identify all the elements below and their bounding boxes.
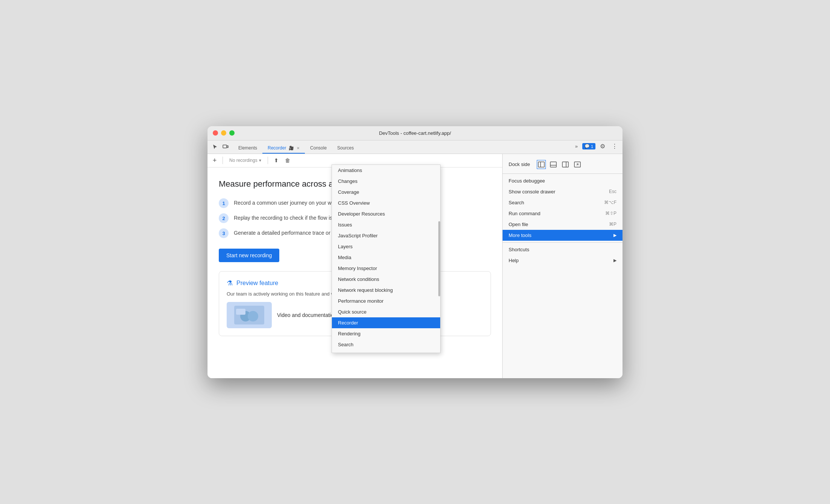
dropdown-item-changes[interactable]: Changes	[332, 176, 440, 187]
notification-count: 1	[591, 144, 593, 149]
dropdown-scrollbar[interactable]	[438, 221, 440, 296]
dropdown-item-js-profiler[interactable]: JavaScript Profiler	[332, 230, 440, 241]
step-number-2: 2	[219, 213, 229, 223]
tab-console[interactable]: Console	[305, 143, 332, 154]
video-documentation-link[interactable]: Video and documentation	[277, 312, 337, 318]
dropdown-item-animations[interactable]: Animations	[332, 165, 440, 176]
dock-left-button[interactable]	[537, 160, 546, 169]
tab-elements[interactable]: Elements	[233, 143, 262, 154]
device-icon[interactable]	[221, 142, 230, 151]
dock-bottom-button[interactable]	[549, 160, 558, 169]
dropdown-item-network-conditions[interactable]: Network conditions	[332, 274, 440, 285]
toolbar-divider-2	[268, 157, 268, 164]
dock-side-label: Dock side	[509, 161, 530, 167]
dropdown-item-coverage[interactable]: Coverage	[332, 187, 440, 198]
dropdown-item-security[interactable]: Security	[332, 350, 440, 353]
dropdown-item-performance-monitor[interactable]: Performance monitor	[332, 296, 440, 306]
tabs-overflow-button[interactable]: »	[573, 142, 580, 150]
tab-icon-group	[211, 142, 230, 154]
tab-sources[interactable]: Sources	[332, 143, 359, 154]
help-item[interactable]: Help ▶	[503, 255, 622, 266]
help-arrow-icon: ▶	[613, 258, 616, 263]
dock-side-row: Dock side	[503, 157, 622, 172]
dropdown-item-issues[interactable]: Issues	[332, 219, 440, 230]
maximize-button[interactable]	[229, 130, 235, 136]
right-panel: Dock side	[502, 154, 622, 378]
preview-title: Preview feature	[236, 280, 278, 287]
svg-rect-8	[550, 162, 556, 167]
search-shortcut: ⌘⌥F	[604, 200, 616, 205]
dropdown-item-layers[interactable]: Layers	[332, 241, 440, 252]
divider-1	[503, 174, 622, 174]
preview-thumbnail	[227, 302, 272, 328]
step-number-3: 3	[219, 228, 229, 238]
recorder-tab-icon: 🎥	[289, 146, 294, 150]
focus-debuggee-item[interactable]: Focus debuggee	[503, 175, 622, 186]
upload-recording-button[interactable]: ⬆	[272, 156, 281, 165]
more-tools-label: More tools	[509, 232, 532, 238]
dropdown-item-network-request-blocking[interactable]: Network request blocking	[332, 285, 440, 296]
delete-recording-button[interactable]: 🗑	[283, 156, 292, 165]
tabs-list: Elements Recorder 🎥 ✕ Console Sources	[233, 143, 359, 154]
dock-right-button[interactable]	[561, 160, 570, 169]
dropdown-item-search[interactable]: Search	[332, 339, 440, 350]
open-file-label: Open file	[509, 222, 528, 227]
open-file-item[interactable]: Open file ⌘P	[503, 219, 622, 230]
add-recording-button[interactable]: +	[211, 156, 219, 164]
close-button[interactable]	[213, 130, 218, 136]
divider-2	[503, 242, 622, 243]
title-bar: DevTools - coffee-cart.netlify.app/	[208, 126, 622, 140]
tab-recorder[interactable]: Recorder 🎥 ✕	[262, 143, 305, 154]
recordings-placeholder: No recordings	[229, 158, 257, 163]
more-tools-arrow-icon: ▶	[613, 233, 616, 238]
dropdown-arrow-icon: ▾	[259, 158, 261, 163]
dropdown-item-developer-resources[interactable]: Developer Resources	[332, 208, 440, 219]
dropdown-scroll-container: Animations Changes Coverage CSS Overview…	[332, 165, 440, 353]
svg-rect-1	[227, 146, 228, 148]
dropdown-item-memory-inspector[interactable]: Memory Inspector	[332, 263, 440, 274]
tab-close-icon[interactable]: ✕	[297, 146, 300, 150]
undock-button[interactable]	[573, 160, 582, 169]
svg-rect-0	[223, 145, 227, 148]
svg-rect-5	[236, 309, 245, 315]
step-number-1: 1	[219, 198, 229, 208]
search-label: Search	[509, 200, 524, 205]
more-tools-item[interactable]: More tools ▶	[503, 230, 622, 241]
tabs-bar: Elements Recorder 🎥 ✕ Console Sources » …	[208, 140, 622, 154]
right-dropdown-menu: Dock side	[503, 154, 622, 269]
show-console-drawer-shortcut: Esc	[609, 189, 616, 194]
shortcuts-item[interactable]: Shortcuts	[503, 244, 622, 255]
dock-icons-group	[537, 160, 582, 169]
devtools-window: DevTools - coffee-cart.netlify.app/ Elem…	[208, 126, 622, 378]
dropdown-item-quick-source[interactable]: Quick source	[332, 306, 440, 317]
show-console-drawer-item[interactable]: Show console drawer Esc	[503, 186, 622, 197]
start-recording-button[interactable]: Start new recording	[219, 249, 279, 262]
recordings-dropdown[interactable]: No recordings ▾	[227, 156, 264, 164]
minimize-button[interactable]	[221, 130, 226, 136]
open-file-shortcut: ⌘P	[609, 222, 616, 227]
tabs-right-controls: » 💬 1 ⚙ ⋮	[573, 142, 619, 154]
dropdown-item-rendering[interactable]: Rendering	[332, 328, 440, 339]
dropdown-item-css-overview[interactable]: CSS Overview	[332, 198, 440, 208]
svg-rect-6	[538, 162, 544, 167]
dropdown-item-media[interactable]: Media	[332, 252, 440, 263]
preview-flask-icon: ⚗	[227, 279, 233, 287]
settings-gear-button[interactable]: ⚙	[598, 142, 607, 151]
dropdown-item-recorder[interactable]: Recorder	[332, 317, 440, 328]
notification-badge[interactable]: 💬 1	[582, 143, 595, 149]
more-options-button[interactable]: ⋮	[610, 142, 619, 151]
svg-point-4	[248, 311, 258, 321]
focus-debuggee-label: Focus debuggee	[509, 178, 545, 184]
search-item[interactable]: Search ⌘⌥F	[503, 197, 622, 208]
toolbar-divider	[223, 157, 223, 164]
main-content-wrapper: + No recordings ▾ ⬆ 🗑 Measure performanc…	[208, 154, 622, 378]
more-tools-dropdown: Animations Changes Coverage CSS Overview…	[332, 164, 441, 353]
notification-icon: 💬	[585, 144, 590, 149]
shortcuts-label: Shortcuts	[509, 247, 529, 252]
window-title: DevTools - coffee-cart.netlify.app/	[379, 130, 451, 136]
show-console-drawer-label: Show console drawer	[509, 189, 555, 195]
cursor-icon[interactable]	[211, 142, 220, 151]
help-label: Help	[509, 258, 519, 263]
run-command-label: Run command	[509, 211, 541, 216]
run-command-item[interactable]: Run command ⌘⇧P	[503, 208, 622, 219]
